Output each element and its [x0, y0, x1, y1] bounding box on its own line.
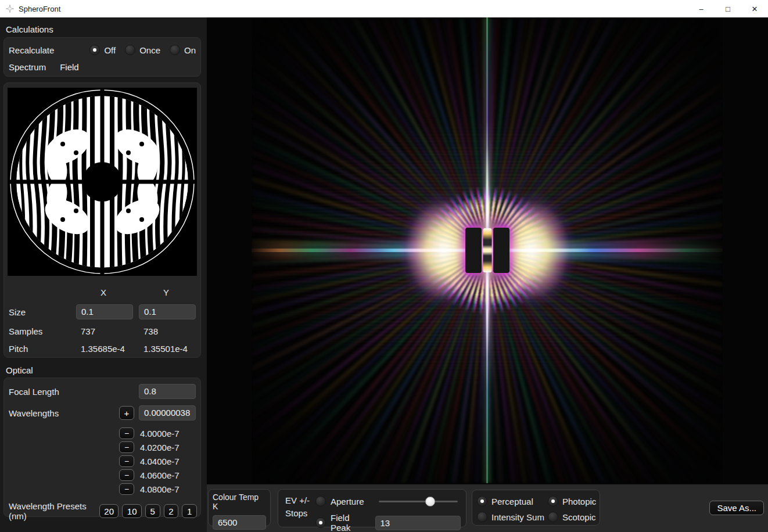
focal-length-label: Focal Length — [9, 387, 59, 397]
preset-20-button[interactable]: 20 — [99, 504, 119, 518]
remove-wavelength-button[interactable]: − — [119, 441, 134, 453]
diffraction-viewport — [207, 17, 768, 484]
remove-wavelength-button[interactable]: − — [119, 455, 134, 467]
table-row: Pitch 1.35685e-4 1.35501e-4 — [9, 340, 196, 357]
add-wavelength-button[interactable]: + — [119, 406, 134, 420]
intensity-sum-label: Intensity Sum — [491, 512, 544, 522]
aperture-radio[interactable] — [315, 496, 326, 506]
preset-2-button[interactable]: 2 — [164, 504, 179, 518]
wavelength-value: 4.0800e-7 — [140, 484, 180, 494]
optical-card: Focal Length 0.8 Wavelengths + 0.0000003… — [3, 378, 201, 517]
wavelength-value: 4.0000e-7 — [140, 429, 180, 438]
diffraction-render — [252, 17, 723, 483]
wavelength-item: − 4.0800e-7 — [119, 483, 180, 495]
calculations-card: Recalculate Off Once On Spectrum Field — [3, 37, 201, 77]
tone-mapping-card: Perceptual Intensity Sum Photopic Scotop… — [472, 490, 600, 526]
app-window: SpheroFront – □ ✕ Calculations Recalcula… — [0, 0, 768, 532]
perceptual-label: Perceptual — [491, 497, 533, 506]
colour-temp-input[interactable]: 6500 — [213, 515, 266, 530]
sidebar: Calculations Recalculate Off Once On — [0, 17, 207, 532]
preset-1-button[interactable]: 1 — [182, 504, 197, 518]
aperture-card: X Y Size 0.1 0.1 Samples 737 738 Pitch 1… — [3, 82, 201, 358]
field-peak-radio-label: Field Peak — [331, 513, 371, 532]
size-label: Size — [9, 307, 76, 317]
perceptual-radio[interactable] — [477, 496, 487, 506]
wavelength-value: 4.0200e-7 — [140, 443, 180, 452]
tab-field[interactable]: Field — [60, 62, 79, 72]
wavelength-value: 4.0400e-7 — [140, 456, 180, 466]
photopic-label: Photopic — [562, 497, 596, 506]
recalculate-label: Recalculate — [9, 45, 54, 55]
preset-5-button[interactable]: 5 — [145, 504, 160, 518]
render-dark-rect-left — [465, 228, 482, 273]
wavelength-item: − 4.0400e-7 — [119, 455, 180, 467]
wavelength-item: − 4.0000e-7 — [119, 427, 180, 439]
tab-spectrum[interactable]: Spectrum — [9, 62, 46, 72]
recalc-off-radio[interactable] — [89, 45, 100, 55]
column-header-y: Y — [139, 287, 196, 297]
recalc-once-radio[interactable] — [125, 45, 135, 55]
ev-slider-handle[interactable] — [425, 497, 435, 506]
titlebar: SpheroFront – □ ✕ — [0, 0, 768, 17]
colour-temp-label: Colour Temp K — [213, 493, 266, 511]
close-icon[interactable]: ✕ — [741, 0, 768, 17]
ev-stops-label: EV +/- Stops — [285, 494, 310, 520]
pitch-x-value: 1.35685e-4 — [76, 344, 139, 354]
size-y-input[interactable]: 0.1 — [139, 304, 196, 319]
photopic-radio[interactable] — [548, 496, 558, 506]
intensity-sum-radio[interactable] — [477, 512, 487, 522]
remove-wavelength-button[interactable]: − — [119, 427, 134, 439]
table-row: Size 0.1 0.1 — [9, 301, 196, 322]
samples-label: Samples — [9, 326, 76, 336]
calculations-header: Calculations — [6, 24, 53, 34]
scotopic-radio[interactable] — [548, 512, 558, 522]
samples-y-value: 738 — [139, 326, 196, 336]
bottom-toolbar: Colour Temp K 6500 EV +/- Stops Aperture… — [207, 484, 768, 532]
recalc-on-label: On — [184, 45, 196, 55]
render-dark-rect-right — [493, 228, 509, 273]
colour-temp-card: Colour Temp K 6500 — [208, 489, 271, 526]
app-title: SpheroFront — [19, 5, 60, 13]
samples-x-value: 737 — [76, 326, 139, 336]
table-row: Samples 737 738 — [9, 322, 196, 340]
preset-10-button[interactable]: 10 — [122, 504, 141, 518]
wavelengths-label: Wavelengths — [9, 408, 59, 418]
ev-slider[interactable] — [379, 497, 458, 506]
ev-slider-track[interactable] — [379, 501, 458, 502]
field-peak-radio[interactable] — [315, 517, 326, 528]
pitch-y-value: 1.35501e-4 — [139, 344, 196, 354]
remove-wavelength-button[interactable]: − — [119, 469, 134, 481]
maximize-icon[interactable]: □ — [715, 0, 741, 17]
recalc-off-label: Off — [104, 45, 116, 55]
wavelength-item: − 4.0600e-7 — [119, 469, 180, 481]
recalc-once-label: Once — [139, 45, 160, 55]
ev-stops-input[interactable]: 13 — [375, 516, 461, 530]
minimize-icon[interactable]: – — [688, 0, 715, 17]
remove-wavelength-button[interactable]: − — [119, 483, 134, 495]
new-wavelength-input[interactable]: 0.00000038 — [139, 405, 196, 420]
recalc-on-radio[interactable] — [170, 45, 180, 55]
size-x-input[interactable]: 0.1 — [76, 304, 133, 319]
save-as-button[interactable]: Save As... — [709, 501, 764, 515]
optical-header: Optical — [6, 365, 33, 375]
column-header-x: X — [76, 287, 139, 297]
focal-length-input[interactable]: 0.8 — [139, 384, 196, 399]
aperture-preview-image — [8, 88, 197, 276]
wavelength-presets-label: Wavelength Presets (nm) — [9, 501, 99, 521]
pitch-label: Pitch — [9, 344, 76, 354]
app-icon — [5, 3, 15, 14]
ev-stops-card: EV +/- Stops Aperture Field Peak 13 — [278, 489, 466, 527]
aperture-radio-label: Aperture — [331, 497, 364, 506]
scotopic-label: Scotopic — [562, 512, 596, 522]
aperture-table: X Y Size 0.1 0.1 Samples 737 738 Pitch 1… — [9, 283, 196, 357]
wavelength-value: 4.0600e-7 — [140, 470, 180, 480]
render-center-strip — [483, 228, 491, 272]
wavelength-item: − 4.0200e-7 — [119, 441, 180, 453]
